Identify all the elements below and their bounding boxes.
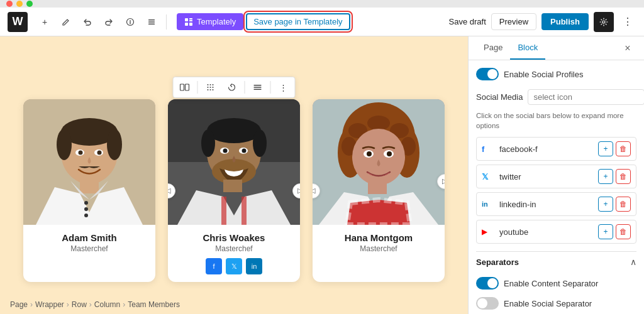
more-block-options-button[interactable]: ⋮ [274,78,294,96]
linkedin-icon-chris[interactable]: in [246,258,262,274]
add-block-button[interactable]: + [35,13,54,31]
maximize-dot[interactable] [26,1,33,7]
facebook-bar-icon: f [482,144,494,154]
facebook-delete-button[interactable]: 🗑 [616,141,631,156]
settings-button[interactable] [594,12,614,32]
enable-content-separator-row: Enable Content Separator [476,277,636,290]
svg-point-63 [367,151,372,156]
tab-page[interactable]: Page [476,36,510,60]
main-toolbar: W + Templately Save page in Templately S… [0,8,644,36]
block-toolbar: ⋮ [173,77,296,98]
team-cards-container: Adam Smith Masterchef ◁ [0,87,468,288]
svg-rect-11 [186,84,189,90]
team-card-hana: ◁ [313,99,445,282]
youtube-bar-actions: + 🗑 [598,224,631,239]
toolbar-right: Save draft Preview Publish ⋮ [449,12,636,32]
align-icon-button[interactable] [248,78,268,96]
svg-rect-6 [189,20,192,21]
separators-chevron-up[interactable]: ∧ [630,257,636,267]
window-chrome [0,0,644,8]
svg-rect-49 [221,197,226,225]
svg-point-28 [107,129,122,160]
transform-icon-button[interactable] [222,78,242,96]
block-toolbar-divider-2 [245,81,245,94]
close-dot[interactable] [6,1,13,7]
tools-button[interactable] [57,13,75,31]
undo-button[interactable] [78,13,97,31]
breadcrumb-column[interactable]: Column [94,300,120,309]
list-view-button[interactable] [142,13,161,31]
main-layout: ⋮ [0,36,644,314]
svg-point-64 [387,151,392,156]
enable-social-separator-toggle[interactable] [476,297,499,310]
tab-block[interactable]: Block [510,36,545,60]
breadcrumb-wrapper[interactable]: Wrapper [35,300,64,309]
card-image-hana [313,99,445,225]
twitter-add-button[interactable]: + [598,169,613,184]
linkedin-add-button[interactable]: + [598,197,613,212]
card-name-chris: Chris Woakes [174,232,294,243]
svg-point-60 [352,129,405,185]
card-name-adam: Adam Smith [30,232,149,243]
card-title-chris: Masterchef [174,244,294,253]
youtube-bar-name: youtube [499,227,593,237]
columns-icon-button[interactable] [175,78,195,96]
facebook-icon-chris[interactable]: f [206,258,222,274]
save-draft-button[interactable]: Save draft [449,17,486,26]
youtube-delete-button[interactable]: 🗑 [616,224,631,239]
templately-button[interactable]: Templately [177,13,243,30]
panel-tabs: Page Block × [469,36,644,60]
social-media-input[interactable] [528,89,644,105]
social-bar-facebook: f facebook-f + 🗑 [476,137,636,161]
panel-close-button[interactable]: × [619,40,636,57]
enable-social-profiles-toggle[interactable] [476,68,499,80]
canvas-area: ⋮ [0,36,468,314]
svg-point-31 [79,151,83,155]
toggle-knob [487,69,497,79]
wp-logo: W [8,12,28,32]
svg-point-16 [210,87,211,88]
breadcrumb-team-members[interactable]: Team Members [128,300,180,309]
minimize-dot[interactable] [16,1,23,7]
block-toolbar-divider-3 [270,81,271,94]
svg-rect-50 [242,197,247,225]
twitter-icon-chris[interactable]: 𝕏 [226,258,242,274]
team-card-chris: ◁ [168,99,300,282]
enable-social-profiles-row: Enable Social Profiles [476,68,636,80]
youtube-add-button[interactable]: + [598,224,613,239]
linkedin-delete-button[interactable]: 🗑 [616,197,631,212]
save-templately-button[interactable]: Save page in Templately [246,13,350,30]
publish-button[interactable]: Publish [541,13,589,30]
facebook-bar-actions: + 🗑 [598,141,631,156]
breadcrumb-page[interactable]: Page [10,300,28,309]
card-social-chris: f 𝕏 in [174,258,294,274]
enable-social-profiles-label: Enable Social Profiles [504,70,583,79]
social-media-label: Social Media [476,92,523,102]
twitter-bar-icon: 𝕏 [482,172,494,181]
svg-rect-21 [254,85,262,86]
breadcrumb: Page › Wrapper › Row › Column › Team Mem… [10,300,180,309]
info-button[interactable] [121,13,140,31]
preview-button[interactable]: Preview [491,13,536,30]
twitter-delete-button[interactable]: 🗑 [616,169,631,184]
svg-point-27 [57,129,72,160]
svg-point-18 [208,89,209,90]
facebook-add-button[interactable]: + [598,141,613,156]
youtube-bar-icon: ▶ [482,228,494,236]
grid-icon-button[interactable] [201,78,221,96]
twitter-bar-name: twitter [499,172,593,181]
svg-point-32 [97,151,102,155]
enable-content-separator-toggle[interactable] [476,277,499,290]
svg-rect-4 [185,18,188,21]
linkedin-bar-actions: + 🗑 [598,197,631,212]
breadcrumb-row[interactable]: Row [72,300,87,309]
linkedin-bar-name: linkedin-in [499,200,593,209]
svg-point-14 [213,84,214,85]
svg-point-20 [213,89,214,90]
redo-button[interactable] [99,13,118,31]
social-sep-knob [477,298,487,308]
more-options-button[interactable]: ⋮ [619,13,636,31]
svg-rect-3 [148,23,155,24]
right-panel: Page Block × Enable Social Profiles Soci… [468,36,644,314]
card-image-chris [168,99,300,225]
